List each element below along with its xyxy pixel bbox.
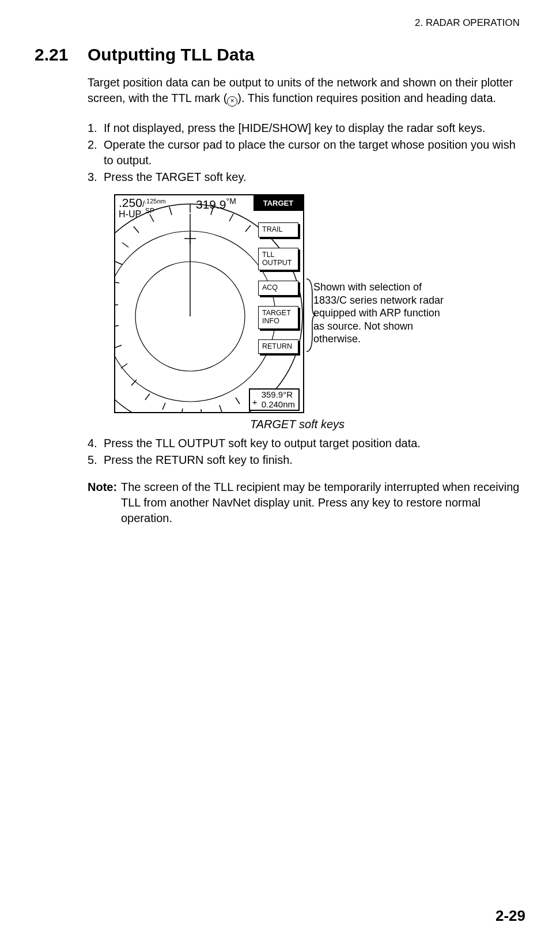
svg-line-17 bbox=[162, 403, 165, 410]
softkey-header: TARGET bbox=[253, 195, 303, 211]
figure: .250/.125nm SP H-UP 319.9°M bbox=[114, 194, 446, 413]
svg-line-20 bbox=[220, 405, 222, 412]
cursor-cross-icon: + bbox=[252, 398, 258, 407]
cursor-bearing: 359.9°R bbox=[262, 390, 293, 399]
note-text: The screen of the TLL recipient may be t… bbox=[121, 479, 525, 526]
svg-line-13 bbox=[115, 345, 122, 348]
svg-line-9 bbox=[115, 262, 122, 264]
step-item: 2. Operate the cursor pad to place the c… bbox=[88, 137, 525, 168]
softkey-target-info[interactable]: TARGET INFO bbox=[258, 306, 298, 329]
softkey-return[interactable]: RETURN bbox=[258, 339, 298, 354]
radar-screen: .250/.125nm SP H-UP 319.9°M bbox=[114, 194, 304, 413]
svg-line-19 bbox=[201, 409, 202, 413]
steps-list-a: 1. If not displayed, press the [HIDE/SHO… bbox=[88, 120, 525, 185]
ttl-mark-icon: × bbox=[227, 96, 237, 107]
step-text: Press the RETURN soft key to finish. bbox=[104, 452, 525, 468]
svg-line-18 bbox=[181, 409, 183, 413]
step-text: If not displayed, press the [HIDE/SHOW] … bbox=[104, 120, 525, 136]
annotation-text: Shown with selection of 1833/C series ne… bbox=[313, 281, 446, 346]
softkey-tll-output[interactable]: TLL OUTPUT bbox=[258, 248, 298, 271]
step-number: 2. bbox=[88, 137, 104, 168]
cursor-data-box: + 359.9°R 0.240nm bbox=[249, 388, 300, 411]
step-number: 4. bbox=[88, 436, 104, 451]
svg-line-7 bbox=[134, 226, 139, 233]
step-number: 3. bbox=[88, 169, 104, 185]
figure-caption: TARGET soft keys bbox=[69, 418, 525, 431]
intro-paragraph: Target position data can be output to un… bbox=[88, 75, 525, 107]
svg-line-6 bbox=[150, 214, 154, 222]
svg-line-12 bbox=[115, 326, 119, 327]
svg-line-2 bbox=[211, 207, 213, 215]
svg-line-4 bbox=[245, 225, 251, 232]
svg-line-21 bbox=[236, 398, 240, 404]
step-item: 1. If not displayed, press the [HIDE/SHO… bbox=[88, 120, 525, 136]
svg-point-22 bbox=[115, 231, 275, 402]
bracket-icon bbox=[305, 278, 317, 353]
step-number: 1. bbox=[88, 120, 104, 136]
svg-line-16 bbox=[145, 394, 150, 400]
softkey-column: TARGET TRAIL TLL OUTPUT ACQ TARGET INFO … bbox=[253, 195, 303, 412]
svg-line-5 bbox=[169, 207, 172, 215]
note-label: Note: bbox=[88, 479, 121, 526]
step-item: 3. Press the TARGET soft key. bbox=[88, 169, 525, 185]
softkey-acq[interactable]: ACQ bbox=[258, 281, 298, 296]
section-number: 2.21 bbox=[35, 45, 88, 65]
section-heading: 2.21 Outputting TLL Data bbox=[35, 45, 525, 65]
step-number: 5. bbox=[88, 452, 104, 468]
step-item: 4. Press the TLL OUTPUT soft key to outp… bbox=[88, 436, 525, 451]
step-item: 5. Press the RETURN soft key to finish. bbox=[88, 452, 525, 468]
note-block: Note: The screen of the TLL recipient ma… bbox=[88, 479, 525, 526]
svg-line-3 bbox=[229, 214, 233, 221]
steps-list-b: 4. Press the TLL OUTPUT soft key to outp… bbox=[88, 436, 525, 468]
softkey-trail[interactable]: TRAIL bbox=[258, 222, 298, 237]
running-header: 2. RADAR OPERATION bbox=[35, 17, 525, 29]
svg-line-8 bbox=[122, 243, 128, 247]
step-text: Press the TARGET soft key. bbox=[104, 169, 525, 185]
cursor-range: 0.240nm bbox=[262, 399, 295, 409]
svg-line-10 bbox=[115, 282, 119, 283]
step-text: Press the TLL OUTPUT soft key to output … bbox=[104, 436, 525, 451]
step-text: Operate the cursor pad to place the curs… bbox=[104, 137, 525, 168]
page-number: 2-29 bbox=[495, 907, 525, 925]
section-title: Outputting TLL Data bbox=[88, 45, 254, 65]
